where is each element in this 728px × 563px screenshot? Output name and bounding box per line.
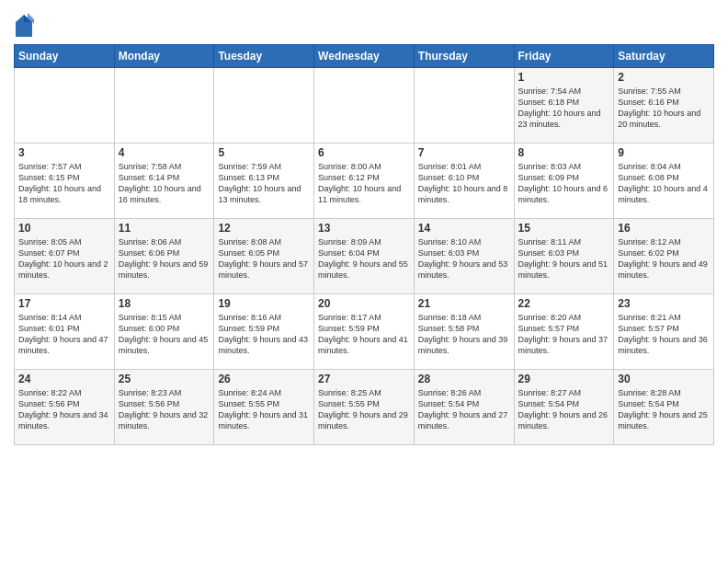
calendar-cell: 6Sunrise: 8:00 AM Sunset: 6:12 PM Daylig… [314, 144, 415, 219]
calendar-cell: 23Sunrise: 8:21 AM Sunset: 5:57 PM Dayli… [614, 294, 714, 370]
calendar-cell: 30Sunrise: 8:28 AM Sunset: 5:54 PM Dayli… [614, 370, 714, 445]
day-info: Sunrise: 8:04 AM Sunset: 6:08 PM Dayligh… [618, 161, 710, 206]
day-number: 21 [418, 297, 510, 310]
day-info: Sunrise: 8:26 AM Sunset: 5:54 PM Dayligh… [418, 387, 510, 432]
day-info: Sunrise: 8:12 AM Sunset: 6:02 PM Dayligh… [618, 236, 710, 282]
day-info: Sunrise: 8:25 AM Sunset: 5:55 PM Dayligh… [318, 387, 410, 432]
calendar-week-row: 3Sunrise: 7:57 AM Sunset: 6:15 PM Daylig… [15, 144, 714, 219]
day-info: Sunrise: 8:00 AM Sunset: 6:12 PM Dayligh… [318, 161, 410, 206]
day-number: 29 [518, 373, 610, 385]
calendar-cell: 12Sunrise: 8:08 AM Sunset: 6:05 PM Dayli… [214, 219, 314, 294]
calendar-cell: 3Sunrise: 7:57 AM Sunset: 6:15 PM Daylig… [15, 144, 115, 219]
weekday-header: Friday [514, 45, 614, 68]
main-container: SundayMondayTuesdayWednesdayThursdayFrid… [0, 0, 728, 450]
day-info: Sunrise: 8:16 AM Sunset: 5:59 PM Dayligh… [218, 312, 310, 357]
day-number: 10 [18, 222, 110, 235]
calendar-week-row: 10Sunrise: 8:05 AM Sunset: 6:07 PM Dayli… [15, 219, 714, 294]
day-info: Sunrise: 8:01 AM Sunset: 6:10 PM Dayligh… [418, 161, 510, 206]
calendar-cell: 8Sunrise: 8:03 AM Sunset: 6:09 PM Daylig… [514, 144, 614, 219]
weekday-header: Monday [114, 45, 214, 68]
weekday-header: Wednesday [314, 45, 415, 68]
day-number: 18 [119, 297, 210, 310]
calendar-cell: 1Sunrise: 7:54 AM Sunset: 6:18 PM Daylig… [514, 68, 614, 144]
calendar-cell: 11Sunrise: 8:06 AM Sunset: 6:06 PM Dayli… [114, 219, 214, 294]
day-info: Sunrise: 8:03 AM Sunset: 6:09 PM Dayligh… [518, 161, 610, 206]
calendar-cell: 29Sunrise: 8:27 AM Sunset: 5:54 PM Dayli… [514, 370, 614, 445]
calendar-week-row: 17Sunrise: 8:14 AM Sunset: 6:01 PM Dayli… [15, 294, 714, 370]
day-number: 6 [318, 146, 410, 159]
day-number: 17 [18, 297, 110, 310]
day-info: Sunrise: 8:24 AM Sunset: 5:55 PM Dayligh… [218, 387, 310, 432]
calendar-cell: 26Sunrise: 8:24 AM Sunset: 5:55 PM Dayli… [214, 370, 314, 445]
day-info: Sunrise: 8:08 AM Sunset: 6:05 PM Dayligh… [218, 236, 310, 282]
calendar-cell: 9Sunrise: 8:04 AM Sunset: 6:08 PM Daylig… [614, 144, 714, 219]
day-number: 27 [318, 373, 410, 385]
logo [14, 13, 38, 39]
logo-icon [14, 13, 34, 39]
day-number: 30 [618, 373, 710, 385]
calendar-cell: 2Sunrise: 7:55 AM Sunset: 6:16 PM Daylig… [614, 68, 714, 144]
day-number: 8 [518, 146, 610, 159]
day-info: Sunrise: 7:59 AM Sunset: 6:13 PM Dayligh… [218, 161, 310, 206]
day-info: Sunrise: 7:55 AM Sunset: 6:16 PM Dayligh… [618, 86, 710, 131]
day-info: Sunrise: 8:27 AM Sunset: 5:54 PM Dayligh… [518, 387, 610, 432]
day-number: 3 [18, 146, 110, 159]
calendar-cell: 19Sunrise: 8:16 AM Sunset: 5:59 PM Dayli… [214, 294, 314, 370]
day-number: 26 [218, 373, 310, 385]
day-info: Sunrise: 8:06 AM Sunset: 6:06 PM Dayligh… [119, 236, 210, 282]
calendar-cell [314, 68, 415, 144]
day-info: Sunrise: 8:15 AM Sunset: 6:00 PM Dayligh… [119, 312, 210, 357]
day-number: 25 [119, 373, 210, 385]
day-info: Sunrise: 8:11 AM Sunset: 6:03 PM Dayligh… [518, 236, 610, 282]
calendar-cell: 7Sunrise: 8:01 AM Sunset: 6:10 PM Daylig… [414, 144, 514, 219]
day-info: Sunrise: 8:20 AM Sunset: 5:57 PM Dayligh… [518, 312, 610, 357]
calendar-cell: 5Sunrise: 7:59 AM Sunset: 6:13 PM Daylig… [214, 144, 314, 219]
day-info: Sunrise: 8:14 AM Sunset: 6:01 PM Dayligh… [18, 312, 110, 357]
day-info: Sunrise: 8:21 AM Sunset: 5:57 PM Dayligh… [618, 312, 710, 357]
header [14, 9, 714, 39]
day-number: 1 [518, 71, 610, 84]
calendar-week-row: 24Sunrise: 8:22 AM Sunset: 5:56 PM Dayli… [15, 370, 714, 445]
weekday-header: Tuesday [214, 45, 314, 68]
weekday-header: Sunday [15, 45, 115, 68]
calendar-week-row: 1Sunrise: 7:54 AM Sunset: 6:18 PM Daylig… [15, 68, 714, 144]
day-number: 5 [218, 146, 310, 159]
calendar-cell: 28Sunrise: 8:26 AM Sunset: 5:54 PM Dayli… [414, 370, 514, 445]
calendar-cell: 20Sunrise: 8:17 AM Sunset: 5:59 PM Dayli… [314, 294, 415, 370]
day-info: Sunrise: 7:58 AM Sunset: 6:14 PM Dayligh… [119, 161, 210, 206]
day-number: 22 [518, 297, 610, 310]
day-number: 11 [119, 222, 210, 235]
day-number: 15 [518, 222, 610, 235]
calendar-header-row: SundayMondayTuesdayWednesdayThursdayFrid… [15, 45, 714, 68]
calendar-cell: 25Sunrise: 8:23 AM Sunset: 5:56 PM Dayli… [114, 370, 214, 445]
day-info: Sunrise: 8:22 AM Sunset: 5:56 PM Dayligh… [18, 387, 110, 432]
day-info: Sunrise: 8:18 AM Sunset: 5:58 PM Dayligh… [418, 312, 510, 357]
calendar-cell [414, 68, 514, 144]
day-info: Sunrise: 8:28 AM Sunset: 5:54 PM Dayligh… [618, 387, 710, 432]
day-number: 28 [418, 373, 510, 385]
day-number: 14 [418, 222, 510, 235]
day-info: Sunrise: 8:10 AM Sunset: 6:03 PM Dayligh… [418, 236, 510, 282]
day-number: 13 [318, 222, 410, 235]
day-info: Sunrise: 8:23 AM Sunset: 5:56 PM Dayligh… [119, 387, 210, 432]
calendar-table: SundayMondayTuesdayWednesdayThursdayFrid… [14, 44, 714, 445]
day-info: Sunrise: 8:09 AM Sunset: 6:04 PM Dayligh… [318, 236, 410, 282]
day-info: Sunrise: 7:54 AM Sunset: 6:18 PM Dayligh… [518, 86, 610, 131]
day-number: 23 [618, 297, 710, 310]
calendar-cell: 18Sunrise: 8:15 AM Sunset: 6:00 PM Dayli… [114, 294, 214, 370]
day-number: 24 [18, 373, 110, 385]
calendar-cell: 24Sunrise: 8:22 AM Sunset: 5:56 PM Dayli… [15, 370, 115, 445]
calendar-cell: 15Sunrise: 8:11 AM Sunset: 6:03 PM Dayli… [514, 219, 614, 294]
calendar-cell: 27Sunrise: 8:25 AM Sunset: 5:55 PM Dayli… [314, 370, 415, 445]
day-number: 9 [618, 146, 710, 159]
calendar-cell: 17Sunrise: 8:14 AM Sunset: 6:01 PM Dayli… [15, 294, 115, 370]
calendar-cell: 13Sunrise: 8:09 AM Sunset: 6:04 PM Dayli… [314, 219, 415, 294]
day-number: 16 [618, 222, 710, 235]
calendar-cell: 16Sunrise: 8:12 AM Sunset: 6:02 PM Dayli… [614, 219, 714, 294]
calendar-cell [214, 68, 314, 144]
day-number: 4 [119, 146, 210, 159]
day-number: 2 [618, 71, 710, 84]
calendar-cell [114, 68, 214, 144]
calendar-cell: 4Sunrise: 7:58 AM Sunset: 6:14 PM Daylig… [114, 144, 214, 219]
calendar-cell: 21Sunrise: 8:18 AM Sunset: 5:58 PM Dayli… [414, 294, 514, 370]
